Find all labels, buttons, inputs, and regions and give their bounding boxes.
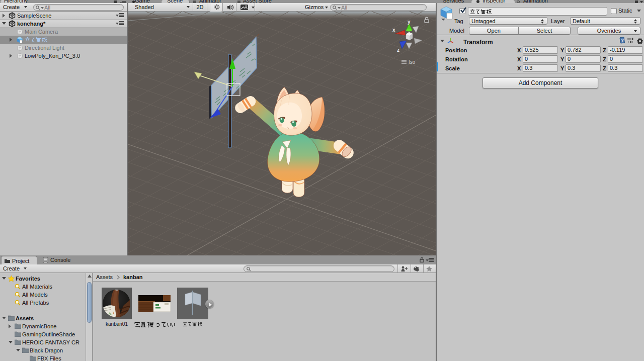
svg-text:y: y <box>408 19 411 25</box>
svg-text:Iso: Iso <box>409 59 416 65</box>
svg-text:x: x <box>392 27 395 33</box>
svg-text:z: z <box>397 47 399 53</box>
svg-text:?: ? <box>621 38 624 43</box>
